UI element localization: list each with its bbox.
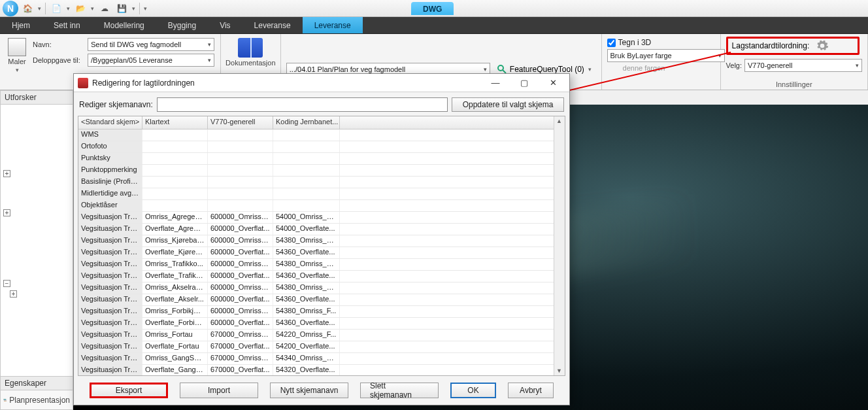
cell[interactable] [208, 177, 273, 188]
chevron-down-icon[interactable]: ▾ [131, 5, 137, 12]
table-row[interactable]: Punktoppmerking [78, 165, 554, 177]
table-row[interactable]: Vegsituasjon Traf...Overflate_Akselr...6… [78, 294, 554, 306]
tab-sett-inn-1[interactable]: Sett inn [42, 17, 92, 33]
cell[interactable]: 600000_Overflat... [208, 294, 273, 305]
cell[interactable]: Vegsituasjon Traf... [78, 294, 142, 305]
dialog-titlebar[interactable]: Redigering for lagtilordningen — ▢ ✕ [74, 74, 569, 92]
new-file-icon[interactable]: 📄 [48, 1, 64, 16]
cell[interactable]: 600000_Overflat... [208, 247, 273, 258]
table-row[interactable]: Midlertidige avgre... [78, 188, 554, 200]
cell[interactable]: 600000_Omriss_... [208, 212, 273, 223]
table-row[interactable]: Vegsituasjon Traf...Omriss_GangSyk...670… [78, 353, 554, 365]
cell[interactable] [273, 188, 340, 199]
col-koding[interactable]: Koding Jernbanet... [273, 116, 340, 129]
cell[interactable]: 600000_Omriss_... [208, 306, 273, 317]
table-row[interactable]: Punktsky [78, 153, 554, 165]
cell[interactable]: Vegsituasjon Traf... [78, 247, 142, 258]
cell[interactable]: Omriss_Forbikjøri... [142, 306, 208, 317]
cell[interactable] [142, 177, 208, 188]
table-row[interactable]: Vegsituasjon Traf...Overflate_Kjøreb...6… [78, 247, 554, 259]
ok-button[interactable]: OK [450, 383, 496, 398]
cell[interactable]: 600000_Overflat... [208, 318, 273, 329]
grid-header[interactable]: <Standard skjem> Klartext V770-generell … [78, 116, 554, 129]
cell[interactable] [273, 141, 340, 152]
tab-vis-4[interactable]: Vis [208, 17, 242, 33]
app-logo[interactable]: N [3, 1, 18, 16]
table-row[interactable]: Vegsituasjon Traf...Overflate_Trafikk...… [78, 271, 554, 282]
open-folder-icon[interactable]: 📂 [73, 1, 88, 16]
cell[interactable]: 54320_Overflate... [273, 365, 340, 375]
minimize-button[interactable]: — [483, 75, 508, 91]
cell[interactable]: 54200_Overflate... [273, 341, 340, 352]
table-row[interactable]: Vegsituasjon Traf...Omriss_Trafikko...60… [78, 259, 554, 271]
cell[interactable]: Vegsituasjon Traf... [78, 271, 142, 282]
eksport-button[interactable]: Eksport [90, 383, 168, 398]
cell[interactable]: 54360_Overflate... [273, 294, 340, 305]
cell[interactable]: Omriss_Trafikko... [142, 259, 208, 270]
cell[interactable]: Basislinje (Profiler) [78, 177, 142, 188]
cell[interactable] [142, 153, 208, 164]
import-button[interactable]: Import [180, 383, 258, 398]
cell[interactable]: Overflate_Forbikj... [142, 318, 208, 329]
cell[interactable]: 54360_Overflate... [273, 271, 340, 282]
table-row[interactable]: Vegsituasjon Traf...Omriss_Forbikjøri...… [78, 306, 554, 318]
cell[interactable]: 600000_Omriss_... [208, 235, 273, 247]
cell[interactable] [142, 141, 208, 152]
cell[interactable] [208, 188, 273, 199]
cell[interactable]: Vegsituasjon Traf... [78, 330, 142, 341]
col-v770[interactable]: V770-generell [208, 116, 273, 129]
cell[interactable]: Overflate_Fortau [142, 341, 208, 352]
cell[interactable]: Overflate_Trafikk... [142, 271, 208, 282]
cell[interactable] [208, 141, 273, 152]
cell[interactable]: Omriss_Fortau [142, 330, 208, 341]
cell[interactable]: Vegsituasjon Traf... [78, 282, 142, 294]
home-icon[interactable]: 🏠 [20, 1, 35, 16]
update-scheme-button[interactable]: Oppdatere til valgt skjema [452, 97, 564, 112]
cell[interactable]: 54220_Omriss_F... [273, 330, 340, 341]
table-row[interactable]: Ortofoto [78, 141, 554, 153]
table-row[interactable]: Objektlåser [78, 200, 554, 212]
chevron-down-icon[interactable]: ▾ [65, 5, 71, 12]
cell[interactable]: 54360_Overflate... [273, 318, 340, 329]
cell[interactable]: Vegsituasjon Traf... [78, 259, 142, 270]
cell[interactable]: WMS [78, 129, 142, 141]
nytt-button[interactable]: Nytt skjemanavn [270, 383, 348, 398]
tree-expand-icon[interactable]: + [3, 209, 10, 216]
tab-hjem-0[interactable]: Hjem [0, 17, 42, 33]
cell[interactable]: 600000_Overflat... [208, 271, 273, 282]
cell[interactable]: Ortofoto [78, 141, 142, 152]
qat-customize-icon[interactable]: ▾ [142, 5, 148, 12]
cell[interactable] [142, 188, 208, 199]
navn-combo[interactable]: Send til DWG veg fagmodell [88, 38, 214, 51]
cell[interactable] [142, 129, 208, 141]
cell[interactable]: Omriss_Akselrasj... [142, 282, 208, 294]
cell[interactable] [208, 153, 273, 164]
cell[interactable]: 600000_Overflat... [208, 224, 273, 235]
table-row[interactable]: Vegsituasjon Traf...Omriss_Kjørebane6000… [78, 235, 554, 247]
tab-bygging-3[interactable]: Bygging [156, 17, 208, 33]
tree-collapse-icon[interactable]: − [3, 280, 10, 287]
cell[interactable] [273, 165, 340, 176]
cell[interactable] [273, 153, 340, 164]
cell[interactable] [273, 200, 340, 211]
cloud-icon[interactable]: ☁ [97, 1, 112, 16]
cell[interactable]: 54380_Omriss_Kj... [273, 235, 340, 247]
maximize-button[interactable]: ▢ [512, 75, 537, 91]
table-row[interactable]: Vegsituasjon Traf...Omriss_Akselrasj...6… [78, 282, 554, 294]
cell[interactable]: 54380_Omriss_Tr... [273, 259, 340, 270]
dokumentasjon-button[interactable]: Dokumentasjon [223, 37, 278, 68]
cell[interactable]: Punktsky [78, 153, 142, 164]
cell[interactable]: Punktoppmerking [78, 165, 142, 176]
avbryt-button[interactable]: Avbryt [508, 383, 554, 398]
tab-modellering-2[interactable]: Modellering [92, 17, 156, 33]
cell[interactable]: Omriss_Agregerte... [142, 212, 208, 223]
scheme-name-input[interactable] [157, 97, 448, 112]
cell[interactable]: 54000_Overflate... [273, 224, 340, 235]
tree-expand-icon[interactable]: + [3, 170, 10, 177]
cell[interactable]: 600000_Omriss_... [208, 259, 273, 270]
cell[interactable]: Vegsituasjon Traf... [78, 341, 142, 352]
table-row[interactable]: Vegsituasjon Traf...Omriss_Agregerte...6… [78, 212, 554, 224]
cell[interactable]: Objektlåser [78, 200, 142, 211]
col-standard[interactable]: <Standard skjem> [78, 116, 142, 129]
tree-expand-icon[interactable]: + [10, 290, 17, 298]
